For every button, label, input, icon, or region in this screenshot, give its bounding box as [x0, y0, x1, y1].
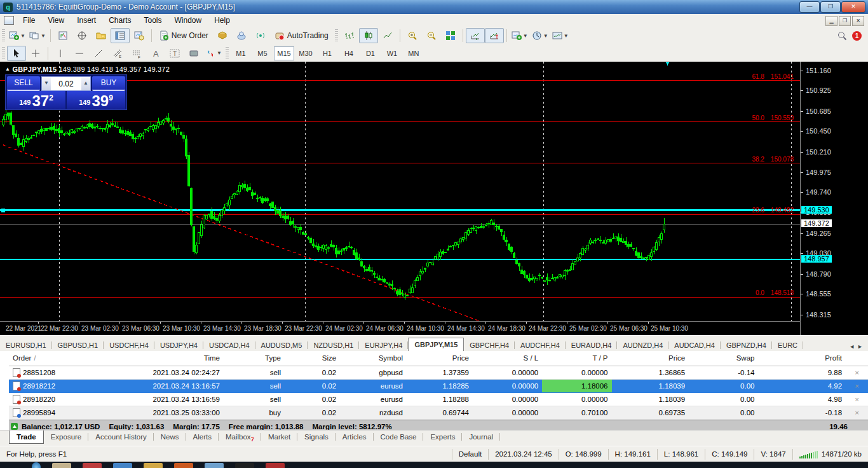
taskbar-app-button[interactable]	[52, 463, 71, 468]
new-order-button[interactable]: New Order	[154, 28, 213, 43]
crosshair-tool-button[interactable]	[26, 46, 45, 61]
minimize-button[interactable]: —	[799, 1, 820, 13]
terminal-tab-experts[interactable]: Experts	[423, 430, 462, 443]
terminal-tab-market[interactable]: Market	[261, 430, 297, 443]
taskbar-app-button[interactable]	[266, 463, 285, 468]
order-row-28851208[interactable]: 288512082021.03.24 02:24:27sell0.02gbpus…	[9, 366, 868, 380]
timeframe-h1[interactable]: H1	[317, 46, 337, 60]
terminal-tab-journal[interactable]: Journal	[462, 430, 500, 443]
bar-chart-button[interactable]	[340, 28, 359, 43]
chart-tab-euraud-h4[interactable]: EURAUD,H4	[566, 340, 618, 352]
chart-tab-usdcad-h4[interactable]: USDCAD,H4	[203, 340, 255, 352]
terminal-tab-news[interactable]: News	[154, 430, 186, 443]
chart-tab-gbpusd-h1[interactable]: GBPUSD,H1	[52, 340, 104, 352]
maximize-button[interactable]: ❐	[820, 1, 841, 13]
terminal-tab-articles[interactable]: Articles	[336, 430, 374, 443]
chart-close-button[interactable]: ✕	[852, 16, 864, 26]
close-button[interactable]: ✕	[841, 1, 865, 13]
order-row-28918220[interactable]: 289182202021.03.24 13:16:59sell0.02eurus…	[9, 393, 868, 406]
chart-restore-button[interactable]: ❐	[839, 16, 851, 26]
chart-minimize-button[interactable]: ▁	[825, 16, 837, 26]
sell-price-display[interactable]: 149 37 2	[7, 91, 65, 109]
notification-badge[interactable]: 1	[852, 31, 862, 41]
metaeditor-button[interactable]	[213, 28, 232, 43]
descending-trendline[interactable]	[3, 145, 480, 321]
chart-window[interactable]: ▲ GBPJPY,M15 149.389 149.418 149.357 149…	[0, 62, 868, 335]
windows-taskbar[interactable]	[0, 462, 868, 468]
timeframe-w1[interactable]: W1	[382, 46, 402, 60]
taskbar-app-button[interactable]	[205, 463, 224, 468]
terminal-tab-trade[interactable]: Trade	[9, 430, 44, 444]
order-row-28918212[interactable]: 289182122021.03.24 13:16:57sell0.02eurus…	[9, 380, 868, 393]
periods-button[interactable]: ▼	[530, 28, 550, 43]
panel-collapse-arrow[interactable]: ▲	[5, 66, 10, 72]
data-window-button[interactable]	[72, 28, 92, 43]
status-profile[interactable]: Default	[452, 449, 488, 460]
chart-tab-usdchf-h4[interactable]: USDCHF,H4	[104, 340, 154, 352]
zoom-in-button[interactable]	[403, 28, 422, 43]
start-button[interactable]	[32, 462, 41, 468]
col-order[interactable]: Order /	[9, 351, 101, 366]
indicators-button[interactable]: ▼	[510, 28, 530, 43]
col-price2[interactable]: Price	[612, 351, 689, 366]
fibonacci-tool-button[interactable]: F	[127, 46, 146, 61]
volume-up-spinner[interactable]: ▲	[81, 77, 90, 90]
order-close-button[interactable]: ×	[846, 380, 868, 392]
text-label-tool-button[interactable]: T	[165, 46, 184, 61]
chart-tab-gbpnzd-h4[interactable]: GBPNZD,H4	[721, 340, 772, 352]
col-profit[interactable]: Profit	[758, 351, 846, 366]
horizontal-line-tool-button[interactable]	[70, 46, 89, 61]
sell-button[interactable]: SELL	[7, 76, 40, 91]
menu-tools[interactable]: Tools	[138, 15, 168, 26]
chart-plot-area[interactable]: ▲ GBPJPY,M15 149.389 149.418 149.357 149…	[0, 62, 800, 321]
market-watch-button[interactable]	[53, 28, 72, 43]
buy-button[interactable]: BUY	[92, 76, 125, 91]
chart-shift-button[interactable]	[485, 28, 504, 43]
terminal-tab-signals[interactable]: Signals	[297, 430, 336, 443]
col-tp[interactable]: T / P	[542, 351, 611, 366]
community-button[interactable]	[232, 28, 251, 43]
zoom-out-button[interactable]	[422, 28, 441, 43]
chart-tab-eurusd-h1[interactable]: EURUSD,H1	[0, 340, 52, 352]
taskbar-app-button[interactable]	[235, 463, 254, 468]
strategy-tester-button[interactable]	[130, 28, 149, 43]
chart-tab-nzdusd-h1[interactable]: NZDUSD,H1	[308, 340, 359, 352]
tab-scroll-left-icon[interactable]: ◄	[849, 343, 855, 350]
order-row-28995894[interactable]: 289958942021.03.25 03:33:00buy0.02nzdusd…	[9, 406, 868, 420]
chart-tab-gbpjpy-m15[interactable]: GBPJPY,M15	[408, 338, 464, 352]
terminal-tab-exposure[interactable]: Exposure	[44, 430, 89, 443]
auto-scroll-button[interactable]	[466, 28, 485, 43]
menu-view[interactable]: View	[41, 15, 71, 26]
col-swap[interactable]: Swap	[689, 351, 758, 366]
col-type[interactable]: Type	[224, 351, 285, 366]
autotrading-button[interactable]: AutoTrading	[270, 28, 333, 43]
candlestick-chart-button[interactable]	[359, 28, 378, 43]
tile-windows-button[interactable]	[441, 28, 460, 43]
equidistant-channel-tool-button[interactable]: E	[108, 46, 127, 61]
hline-handle[interactable]	[1, 209, 5, 212]
menu-insert[interactable]: Insert	[71, 15, 102, 26]
col-symbol[interactable]: Symbol	[340, 351, 407, 366]
col-price[interactable]: Price	[407, 351, 473, 366]
menu-help[interactable]: Help	[208, 15, 236, 26]
templates-button[interactable]: ▼	[550, 28, 571, 43]
order-close-button[interactable]: ×	[846, 393, 868, 406]
col-size[interactable]: Size	[285, 351, 340, 366]
price-axis[interactable]: 151.160150.925150.685150.450150.210149.9…	[800, 62, 868, 335]
time-axis[interactable]: 22 Mar 202122 Mar 22:3023 Mar 02:3023 Ma…	[0, 321, 800, 336]
order-close-button[interactable]: ×	[846, 366, 868, 379]
timeframe-mn[interactable]: MN	[403, 46, 424, 60]
taskbar-app-button[interactable]	[144, 463, 163, 468]
terminal-tab-alerts[interactable]: Alerts	[186, 430, 219, 443]
signals-service-button[interactable]	[251, 28, 270, 43]
cursor-tool-button[interactable]	[7, 46, 26, 61]
menu-charts[interactable]: Charts	[102, 15, 137, 26]
taskbar-app-button[interactable]	[83, 463, 102, 468]
tab-scroll-right-icon[interactable]: ►	[857, 343, 863, 350]
chart-tab-audchf-h4[interactable]: AUDCHF,H4	[515, 340, 566, 352]
chart-tab-audcad-h4[interactable]: AUDCAD,H4	[668, 340, 721, 352]
chart-tab-eurc[interactable]: EURC	[772, 340, 803, 352]
timeframe-m30[interactable]: M30	[295, 46, 316, 60]
chart-menu-icon[interactable]	[4, 16, 14, 25]
volume-input[interactable]: 0.02	[51, 79, 81, 88]
